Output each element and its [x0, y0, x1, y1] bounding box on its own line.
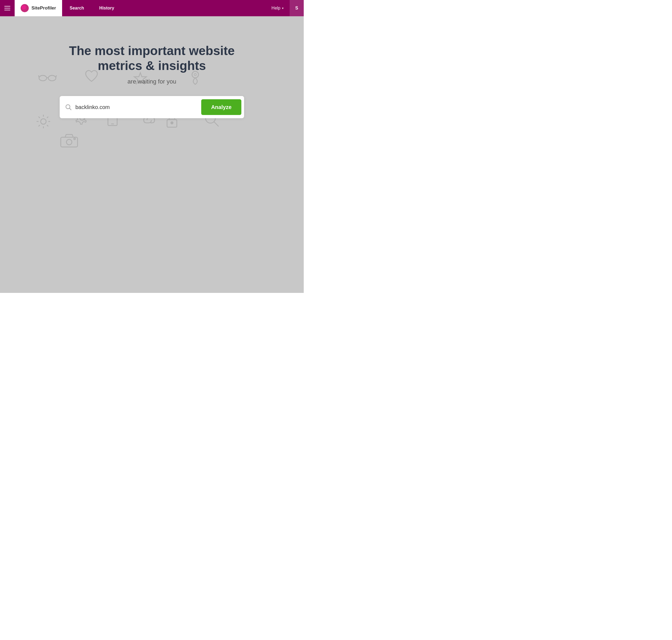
svg-rect-23: [61, 137, 77, 147]
search-input[interactable]: [75, 104, 201, 111]
avatar-initial: S: [295, 6, 298, 11]
chevron-down-icon: ▾: [282, 6, 284, 10]
navbar: SiteProfiler Search History Help ▾ S: [0, 0, 304, 16]
hamburger-icon: [4, 6, 10, 10]
nav-links: Search History: [62, 0, 122, 16]
main-content: The most important website metrics & ins…: [0, 16, 304, 293]
nav-right: Help ▾ S: [265, 0, 304, 16]
svg-point-7: [41, 119, 46, 124]
svg-line-27: [70, 108, 71, 110]
analyze-button[interactable]: Analyze: [201, 99, 242, 115]
nav-link-history[interactable]: History: [92, 0, 122, 16]
svg-line-15: [39, 125, 40, 126]
svg-rect-19: [167, 120, 177, 127]
svg-line-22: [214, 122, 219, 126]
brand-name: SiteProfiler: [31, 5, 56, 11]
help-label: Help: [272, 6, 280, 11]
svg-point-25: [74, 138, 75, 140]
svg-line-12: [39, 117, 40, 118]
hero-title: The most important website metrics & ins…: [54, 43, 249, 73]
brand-logo-icon: [20, 4, 29, 12]
user-avatar[interactable]: S: [290, 0, 304, 16]
hero-section: The most important website metrics & ins…: [43, 43, 260, 85]
brand-logo-area[interactable]: SiteProfiler: [15, 0, 62, 16]
sun-bg-icon: [35, 113, 52, 130]
svg-line-13: [47, 125, 48, 126]
search-icon: [65, 104, 72, 111]
hero-subtitle-row: are waiting for you: [54, 78, 249, 85]
svg-point-20: [171, 122, 173, 124]
search-box: Analyze: [60, 96, 244, 118]
nav-link-search[interactable]: Search: [62, 0, 92, 16]
camera-bg-icon: [60, 133, 79, 148]
hero-subtitle-text: are waiting for you: [128, 78, 176, 85]
svg-line-14: [47, 117, 48, 118]
svg-point-1: [22, 5, 26, 10]
svg-point-24: [67, 140, 72, 145]
hamburger-button[interactable]: [0, 0, 15, 16]
help-menu[interactable]: Help ▾: [265, 0, 290, 16]
